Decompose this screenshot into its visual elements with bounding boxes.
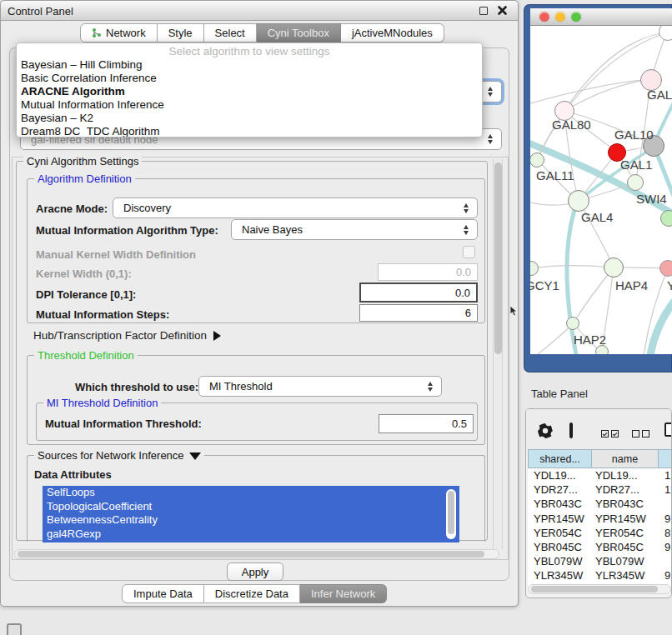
mi-steps-input[interactable]: 6: [359, 304, 478, 322]
attribute-list-item[interactable]: gal4RGexp: [43, 528, 459, 542]
mi-algorithm-type-select[interactable]: Naive Bayes: [231, 219, 478, 240]
column-header[interactable]: A: [658, 449, 672, 468]
bottom-tab[interactable]: Infer Network: [300, 584, 387, 603]
cell-value: 9.: [659, 569, 672, 582]
window-title: Control Panel: [8, 5, 73, 18]
cell-shared-name: YBR043C: [528, 498, 592, 510]
list-scrollbar[interactable]: [446, 489, 456, 539]
control-panel-tab[interactable]: Cyni Toolbox: [257, 23, 341, 42]
table-row[interactable]: YER054C YER054C 8.: [528, 526, 672, 540]
column-header[interactable]: name: [591, 449, 659, 468]
table-row[interactable]: YBR045C YBR045C 9.: [528, 540, 672, 554]
cell-name: YER054C: [592, 527, 659, 539]
algorithm-option-label: Dream8 DC_TDC Algorithm: [21, 125, 160, 138]
table-body: YDL19... YDL19... 13 YDR27... YDR27... 1…: [528, 468, 672, 587]
network-node[interactable]: [659, 260, 672, 277]
gear-icon[interactable]: [538, 423, 553, 441]
table-horizontal-scrollbar[interactable]: [528, 584, 671, 594]
network-node[interactable]: [627, 174, 644, 191]
network-node[interactable]: [568, 190, 589, 212]
network-view-window: GALGAL80GAL10GAL11GAL1GAL4SWI4GCY1HAP4YH…: [524, 4, 672, 372]
threshold-definition-group: Threshold Definition Which threshold to …: [27, 355, 485, 445]
network-node[interactable]: [604, 258, 624, 278]
list-scrollbar-thumb[interactable]: [448, 491, 454, 534]
kernel-width-input[interactable]: 0.0: [378, 263, 478, 281]
select-all-columns-icon[interactable]: [601, 428, 621, 440]
attribute-list-item[interactable]: BetweennessCentrality: [43, 513, 459, 528]
data-attributes-list[interactable]: SelfLoops TopologicalCoefficient Between…: [43, 486, 459, 542]
bottom-tabbar: Impute Data Discretize Data Infer Networ…: [122, 584, 387, 603]
mi-threshold-definition-group: MI Threshold Definition Mutual Informati…: [36, 402, 478, 441]
apply-button[interactable]: Apply: [227, 562, 283, 581]
node-label: GAL1: [620, 158, 652, 172]
node-label: GAL: [647, 88, 672, 102]
table-panel: shared... name A YDL19... YDL19... 13 YD…: [525, 408, 672, 598]
bottom-tab[interactable]: Discretize Data: [204, 584, 300, 603]
cell-name: YLR345W: [592, 569, 659, 582]
mi-threshold-input[interactable]: 0.5: [379, 414, 474, 433]
minimized-panel-icon[interactable]: [7, 623, 22, 635]
zoom-traffic-light[interactable]: [571, 12, 581, 22]
cyni-algorithm-settings-group: Cyni Algorithm Settings Algorithm Defini…: [16, 161, 488, 541]
dpi-tolerance-input[interactable]: 0.0: [359, 282, 478, 302]
settings-vertical-scrollbar[interactable]: [493, 159, 503, 549]
settings-horizontal-scrollbar[interactable]: [14, 549, 499, 559]
algorithm-option[interactable]: ARACNE Algorithm: [17, 85, 482, 98]
cell-shared-name: YLR345W: [528, 569, 592, 582]
document-icon[interactable]: [664, 422, 672, 437]
control-panel-tab[interactable]: jActiveMNodules: [341, 23, 444, 42]
control-panel-tab[interactable]: Style: [158, 23, 204, 42]
attribute-list-item[interactable]: TopologicalCoefficient: [43, 500, 459, 514]
sources-group: Sources for Network Inference Data Attri…: [27, 455, 485, 542]
bottom-tab[interactable]: Impute Data: [122, 584, 204, 603]
close-traffic-light[interactable]: [539, 12, 549, 22]
expand-arrow-icon: [213, 331, 221, 341]
attribute-name: SelfLoops: [47, 486, 95, 498]
table-row[interactable]: YLR345W YLR345W 9.: [528, 568, 672, 582]
algorithm-option[interactable]: Mutual Information Inference: [17, 98, 482, 112]
algorithm-option[interactable]: Bayesian – K2: [17, 112, 482, 125]
network-tab-icon: [92, 28, 102, 38]
table-row[interactable]: YBR043C YBR043C: [528, 497, 672, 511]
table-row[interactable]: YPR145W YPR145W 9.: [528, 512, 672, 526]
sources-group-title[interactable]: Sources for Network Inference: [34, 449, 204, 462]
node-label: SWI4: [636, 192, 667, 206]
hub-section-label: Hub/Transcription Factor Definition: [33, 329, 207, 342]
which-threshold-select[interactable]: MI Threshold: [198, 376, 442, 397]
data-attributes-label: Data Attributes: [34, 468, 112, 481]
table-row[interactable]: YDR27... YDR27... 12: [528, 482, 672, 497]
hub-section-toggle[interactable]: Hub/Transcription Factor Definition: [33, 329, 221, 342]
network-canvas[interactable]: GALGAL80GAL10GAL11GAL1GAL4SWI4GCY1HAP4YH…: [530, 26, 672, 354]
mi-steps-label: Mutual Information Steps:: [36, 308, 169, 321]
group-title: Threshold Definition: [34, 349, 138, 362]
column-header[interactable]: shared...: [528, 449, 592, 468]
aracne-mode-select[interactable]: Discovery: [113, 198, 478, 218]
minimize-traffic-light[interactable]: [555, 12, 565, 22]
algorithm-option-label: Mutual Information Inference: [21, 98, 164, 111]
spinner-arrows-icon: [483, 87, 498, 97]
network-node[interactable]: [566, 317, 579, 330]
table-row[interactable]: YBL079W YBL079W: [528, 554, 672, 568]
close-icon[interactable]: [497, 5, 508, 16]
algorithm-option[interactable]: Basic Correlation Inference: [17, 72, 482, 85]
attribute-list-item[interactable]: SelfLoops: [43, 486, 459, 500]
algorithm-option[interactable]: Bayesian – Hill Climbing: [17, 58, 482, 72]
mi-threshold-label: Mutual Information Threshold:: [45, 418, 202, 430]
scrollbar-thumb[interactable]: [531, 586, 658, 592]
scrollbar-thumb[interactable]: [18, 551, 484, 558]
manual-kernel-checkbox[interactable]: [463, 246, 475, 258]
table-row[interactable]: YDL19... YDL19... 13: [528, 468, 672, 482]
algorithm-option[interactable]: Dream8 DC_TDC Algorithm: [17, 125, 482, 138]
attribute-name: gal4RGexp: [47, 528, 101, 540]
control-panel-tab[interactable]: Select: [204, 23, 257, 42]
table-toolbar: [526, 409, 671, 449]
control-panel-tab[interactable]: Network: [80, 23, 158, 42]
scrollbar-thumb[interactable]: [494, 162, 502, 354]
network-node[interactable]: [660, 210, 672, 227]
tab-label: Infer Network: [311, 588, 375, 600]
split-columns-icon[interactable]: [569, 422, 573, 438]
settings-scroll-viewport: Cyni Algorithm Settings Algorithm Defini…: [12, 157, 509, 560]
deselect-all-columns-icon[interactable]: [632, 428, 652, 440]
kernel-width-value: 0.0: [456, 266, 477, 278]
float-window-icon[interactable]: [479, 7, 488, 15]
